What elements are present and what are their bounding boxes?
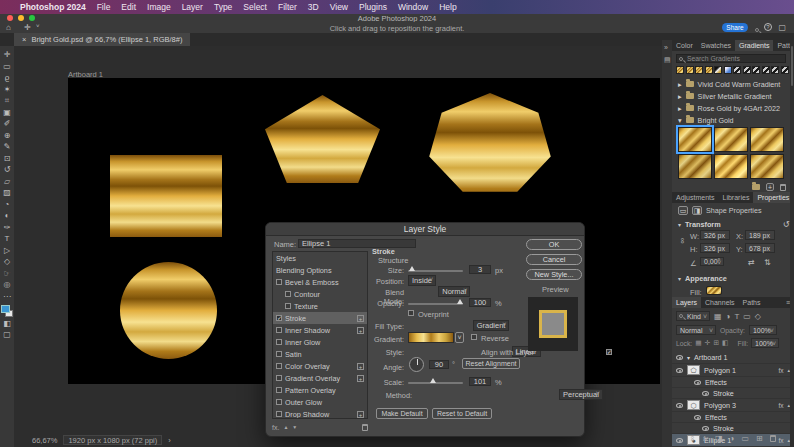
menu-item-window[interactable]: Window <box>398 2 428 12</box>
blending-options-item[interactable]: Blending Options <box>273 264 367 276</box>
gradient-swatch[interactable] <box>678 154 712 179</box>
blur-tool-icon[interactable]: ◔ <box>5 200 10 210</box>
menu-item-help[interactable]: Help <box>439 2 456 12</box>
status-chevron-icon[interactable]: › <box>168 436 171 445</box>
align-with-layer-checkbox[interactable] <box>606 349 612 355</box>
delete-layer-icon[interactable] <box>770 435 776 442</box>
stroke-effect-row[interactable]: Stroke <box>672 388 794 399</box>
tab-paths[interactable]: Paths <box>739 297 765 308</box>
visibility-eye-icon[interactable] <box>676 403 683 408</box>
foreground-background-color-chips[interactable] <box>1 305 13 317</box>
effects-row[interactable]: Effects <box>672 377 794 388</box>
size-slider-thumb[interactable] <box>409 266 415 271</box>
visibility-eye-icon[interactable] <box>702 426 709 431</box>
gradient-preset[interactable] <box>771 66 779 74</box>
gradient-preset[interactable] <box>714 66 722 74</box>
gold-heptagon-shape[interactable] <box>428 93 552 197</box>
foreground-color-chip[interactable] <box>1 305 10 313</box>
size-value[interactable]: 3 <box>469 265 491 274</box>
menu-item-select[interactable]: Select <box>243 2 267 12</box>
clone-stamp-tool-icon[interactable]: ⊡ <box>4 154 11 164</box>
share-button[interactable]: Share <box>722 23 748 32</box>
menu-item-filter[interactable]: Filter <box>278 2 297 12</box>
collapse-panels-icon[interactable]: » <box>664 44 668 51</box>
lock-transparent-icon[interactable]: ▦ <box>695 339 701 347</box>
fx-badge[interactable]: fx <box>778 402 783 409</box>
screen-mode-icon[interactable]: ▢ <box>3 330 11 340</box>
gradient-preset[interactable] <box>762 66 770 74</box>
width-value[interactable]: 326 px <box>700 230 730 240</box>
style-item-satin[interactable]: Satin <box>273 348 367 360</box>
fx-badge[interactable]: fx <box>778 367 783 374</box>
add-instance-icon[interactable]: + <box>357 375 364 382</box>
style-item-color-overlay[interactable]: Color Overlay+ <box>273 360 367 372</box>
fill-type-dropdown[interactable]: Gradient <box>473 320 510 331</box>
effects-row[interactable]: Effects <box>672 412 794 423</box>
visibility-eye-icon[interactable] <box>676 355 683 360</box>
style-item-pattern-overlay[interactable]: Pattern Overlay <box>273 384 367 396</box>
size-slider[interactable] <box>408 270 463 272</box>
gold-pentagon-shape[interactable] <box>265 95 380 183</box>
menu-item-plugins[interactable]: Plugins <box>359 2 387 12</box>
tab-libraries[interactable]: Libraries <box>719 192 754 203</box>
link-dimensions-icon[interactable]: ∞ <box>678 238 687 244</box>
filter-type-icon[interactable]: T <box>734 312 739 321</box>
visibility-eye-icon[interactable] <box>694 415 701 420</box>
tab-channels[interactable]: Channels <box>701 297 739 308</box>
blend-mode-dropdown[interactable]: Normal <box>438 286 470 297</box>
make-default-button[interactable]: Make Default <box>376 408 428 419</box>
checkbox[interactable] <box>276 363 282 369</box>
layer-thumbnail[interactable]: ⬠ <box>687 365 700 375</box>
gradient-preset[interactable] <box>676 66 684 74</box>
marquee-tool-icon[interactable]: ▭ <box>3 62 11 72</box>
gradient-swatch[interactable] <box>750 127 784 152</box>
panel-icon[interactable]: ▤ <box>664 56 671 64</box>
angle-dial[interactable] <box>409 357 424 372</box>
style-item-bevel-emboss[interactable]: Bevel & Emboss <box>273 276 367 288</box>
new-group-icon[interactable] <box>752 184 760 190</box>
checkbox-checked[interactable] <box>276 315 282 321</box>
filter-smart-icon[interactable]: ◇ <box>755 312 761 321</box>
link-layers-icon[interactable]: ∞ <box>689 436 698 442</box>
new-layer-icon[interactable]: ⊞ <box>756 434 763 443</box>
workspace-layout-icon[interactable]: ▢ <box>778 23 786 32</box>
chevron-right-icon[interactable]: ▸ <box>678 104 682 113</box>
cancel-button[interactable]: Cancel <box>526 254 582 265</box>
menu-item-layer[interactable]: Layer <box>182 2 203 12</box>
layer-row-polygon-3[interactable]: ⬡ Polygon 3 fx ▴ <box>672 399 794 412</box>
overprint-checkbox[interactable] <box>408 310 414 316</box>
reset-alignment-button[interactable]: Reset Alignment <box>462 358 520 369</box>
eyedropper-tool-icon[interactable]: ✐ <box>4 119 11 129</box>
gradient-preset[interactable] <box>724 66 732 74</box>
new-group-icon[interactable]: ▭ <box>741 434 749 443</box>
folder-bright-gold[interactable]: ▾ Bright Gold <box>672 114 794 126</box>
checkbox[interactable] <box>276 327 282 333</box>
zoom-level[interactable]: 66,67% <box>32 436 57 445</box>
crop-tool-icon[interactable]: ⌗ <box>5 96 10 106</box>
opacity-value[interactable]: 100% <box>749 325 777 335</box>
checkbox[interactable] <box>276 375 282 381</box>
layer-row-artboard[interactable]: ▾ Artboard 1 <box>672 351 794 364</box>
style-item-outer-glow[interactable]: Outer Glow <box>273 396 367 408</box>
position-dropdown[interactable]: Inside <box>408 275 436 286</box>
add-instance-icon[interactable]: + <box>357 315 364 322</box>
tab-gradients[interactable]: Gradients <box>735 40 773 51</box>
help-icon[interactable]: ? <box>764 23 772 31</box>
filter-adjustment-icon[interactable]: ◑ <box>726 312 731 321</box>
move-tool-icon[interactable]: ✛ <box>4 50 11 60</box>
reset-transform-icon[interactable]: ↺ <box>783 220 790 229</box>
delete-style-icon[interactable] <box>362 424 368 431</box>
dodge-tool-icon[interactable]: ◐ <box>5 211 10 221</box>
shape-tool-icon[interactable]: ◇ <box>4 257 10 267</box>
add-instance-icon[interactable]: + <box>357 327 364 334</box>
style-item-inner-glow[interactable]: Inner Glow <box>273 336 367 348</box>
gradient-swatch[interactable] <box>714 154 748 179</box>
gradient-search-input[interactable]: Search Gradients <box>676 54 786 63</box>
filter-shape-icon[interactable]: ▭ <box>743 312 751 321</box>
dialog-title[interactable]: Layer Style <box>266 223 584 236</box>
flip-vertical-icon[interactable]: ⇅ <box>764 258 771 267</box>
x-value[interactable]: 189 px <box>745 230 775 240</box>
path-selection-tool-icon[interactable]: ▷ <box>4 246 10 256</box>
new-gradient-icon[interactable]: + <box>766 183 774 191</box>
opacity-slider[interactable] <box>408 303 463 305</box>
